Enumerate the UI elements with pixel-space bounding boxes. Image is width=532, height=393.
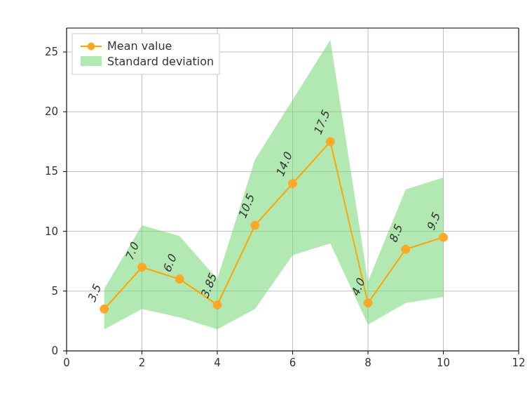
y-tick-label: 15 <box>45 165 58 178</box>
legend-swatch-marker <box>88 43 95 50</box>
std-deviation-band <box>104 40 444 329</box>
x-tick-label: 0 <box>63 357 70 369</box>
mean-marker <box>402 245 410 253</box>
y-tick-label: 25 <box>45 46 58 58</box>
mean-marker <box>289 179 297 187</box>
data-label: 3.5 <box>85 282 104 304</box>
mean-marker <box>251 221 259 229</box>
mean-marker <box>364 299 372 307</box>
x-tick-label: 10 <box>437 357 450 369</box>
x-tick-label: 6 <box>289 357 296 369</box>
mean-marker <box>213 300 221 309</box>
mean-marker <box>100 305 109 313</box>
mean-marker <box>326 138 334 146</box>
mean-marker <box>175 275 184 284</box>
mean-marker <box>138 263 146 272</box>
x-tick-label: 4 <box>214 357 221 369</box>
mean-marker <box>439 233 448 241</box>
line-chart: 3.57.06.03.8510.514.017.54.08.59.5024681… <box>0 0 532 393</box>
legend-label-std: Standard deviation <box>107 55 214 68</box>
legend-swatch-band <box>81 56 102 66</box>
y-tick-label: 20 <box>45 105 58 118</box>
y-tick-label: 5 <box>51 285 58 298</box>
x-tick-label: 2 <box>139 357 146 369</box>
y-tick-label: 0 <box>51 345 58 357</box>
chart-container: 3.57.06.03.8510.514.017.54.08.59.5024681… <box>0 0 532 393</box>
legend-label-mean: Mean value <box>107 39 172 53</box>
x-tick-label: 12 <box>512 357 525 369</box>
y-tick-label: 10 <box>45 225 58 238</box>
x-tick-label: 8 <box>364 357 371 369</box>
